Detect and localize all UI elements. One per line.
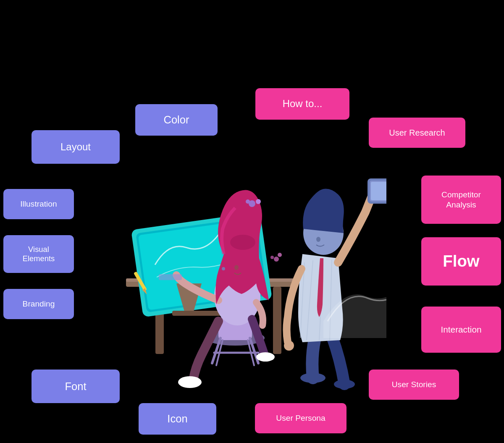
svg-point-41: [316, 237, 320, 242]
svg-point-27: [230, 235, 255, 250]
icon-tag[interactable]: Icon: [139, 403, 216, 435]
svg-point-39: [284, 341, 294, 351]
svg-rect-36: [371, 182, 386, 200]
svg-rect-2: [273, 287, 281, 354]
svg-point-22: [234, 265, 239, 270]
visual-elements-tag[interactable]: Visual Elements: [3, 235, 74, 273]
svg-point-44: [270, 256, 274, 259]
interaction-tag[interactable]: Interaction: [421, 307, 501, 353]
svg-point-26: [246, 199, 250, 204]
svg-rect-8: [172, 311, 223, 316]
svg-point-19: [178, 376, 202, 388]
svg-point-43: [278, 253, 282, 257]
svg-rect-45: [159, 274, 182, 280]
competitor-analysis-tag[interactable]: Competitor Analysis: [421, 176, 501, 224]
branding-tag[interactable]: Branding: [3, 289, 74, 319]
flow-tag[interactable]: Flow: [421, 237, 501, 286]
svg-point-42: [274, 257, 279, 262]
svg-point-20: [256, 352, 275, 362]
user-persona-tag[interactable]: User Persona: [255, 403, 346, 433]
svg-point-25: [256, 199, 261, 204]
center-illustration: [71, 71, 386, 399]
svg-point-23: [222, 267, 225, 270]
illustration-tag[interactable]: Illustration: [3, 189, 74, 219]
